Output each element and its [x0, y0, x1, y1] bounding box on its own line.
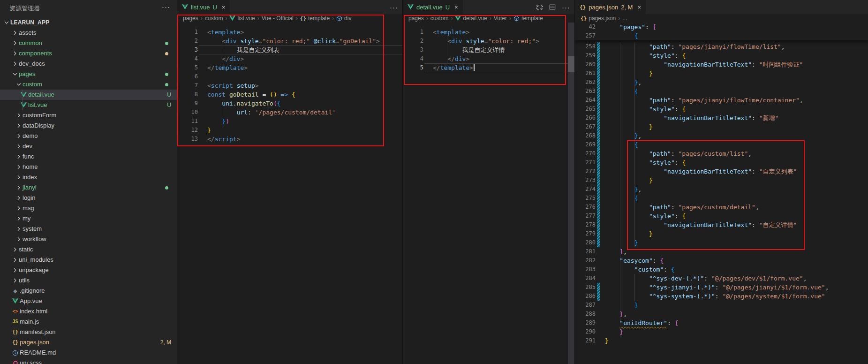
code-line-1[interactable]: 1<template>: [403, 28, 575, 37]
tree-item-uni_modules[interactable]: uni_modules: [0, 255, 177, 265]
code-line-3[interactable]: 3 我是自定义列表: [177, 46, 403, 54]
code-line-6[interactable]: 6: [177, 72, 403, 81]
tree-item-uni.scss[interactable]: uni.scss: [0, 358, 177, 364]
breadcrumb[interactable]: {}pages.json›...: [575, 14, 868, 23]
code-line-288[interactable]: 288 },: [575, 310, 868, 318]
tab-list-vue[interactable]: list.vueU×: [177, 0, 230, 14]
code-line-7[interactable]: 7<script setup>: [177, 81, 403, 90]
tree-item-demo[interactable]: demo: [0, 131, 177, 141]
code-line-1[interactable]: 1<template>: [177, 28, 403, 37]
more-icon[interactable]: ···: [562, 3, 570, 11]
tree-item-my[interactable]: my: [0, 213, 177, 224]
code-line-268[interactable]: 268 },: [575, 131, 868, 140]
tree-item-common[interactable]: common: [0, 38, 177, 48]
code-line-281[interactable]: 281 ],: [575, 247, 868, 256]
tree-item-login[interactable]: login: [0, 193, 177, 203]
code-line-276[interactable]: 276 "path": "pages/custom/detail",: [575, 203, 868, 212]
code-line-10[interactable]: 10 url: '/pages/custom/detail': [177, 108, 403, 117]
tree-item-App.vue[interactable]: App.vue: [0, 296, 177, 306]
code-line-267[interactable]: 267 }: [575, 122, 868, 131]
code-line-287[interactable]: 287 }: [575, 301, 868, 310]
code-line-5[interactable]: 5</template>: [177, 63, 403, 72]
code-line-9[interactable]: 9 uni.navigateTo({: [177, 99, 403, 108]
tree-item-components[interactable]: components: [0, 48, 177, 59]
code-line-2[interactable]: 2 <div style="color: red;" @click="goDet…: [177, 37, 403, 46]
code-line-264[interactable]: 264 "path": "pages/jianyi/flowTime/conta…: [575, 96, 868, 105]
tree-item-unpackage[interactable]: unpackage: [0, 265, 177, 275]
close-icon[interactable]: ×: [222, 4, 226, 11]
code-line-286[interactable]: 286 "^sys-system-(.*)": "@/pages/system/…: [575, 292, 868, 301]
code-line-12[interactable]: 12}: [177, 126, 403, 135]
breadcrumb-item[interactable]: {}template: [300, 15, 330, 22]
breadcrumb-item[interactable]: list.vue: [229, 15, 255, 22]
tree-item-assets[interactable]: assets: [0, 28, 177, 38]
tree-item-system[interactable]: system: [0, 224, 177, 234]
code-line-259[interactable]: 259 "style": {: [575, 51, 868, 60]
tree-item-LEARUN_APP[interactable]: LEARUN_APP: [0, 17, 177, 28]
sticky-line-42[interactable]: 42 "pages": [: [575, 23, 868, 31]
code-line-270[interactable]: 270 "path": "pages/custom/list",: [575, 149, 868, 158]
code-line-290[interactable]: 290 }: [575, 327, 868, 336]
tree-item-pages[interactable]: pages: [0, 69, 177, 79]
code-line-260[interactable]: 260 "navigationBarTitleText": "时间组件验证": [575, 60, 868, 69]
sticky-scroll[interactable]: 42 "pages": [257 {: [575, 23, 868, 40]
tree-item-index[interactable]: index: [0, 172, 177, 182]
more-icon[interactable]: ···: [390, 3, 398, 11]
code-line-4[interactable]: 4 </div>: [403, 54, 575, 63]
tree-item-dev_docs[interactable]: dev_docs: [0, 59, 177, 69]
code-line-5[interactable]: 5</template>: [403, 63, 575, 72]
code-line-283[interactable]: 283 "custom": {: [575, 265, 868, 274]
breadcrumb-item[interactable]: detail.vue: [455, 15, 487, 22]
code-line-2[interactable]: 2 <div style="color: red;">: [403, 37, 575, 46]
breadcrumb-item[interactable]: pages: [183, 15, 198, 22]
code-line-282[interactable]: 282 "easycom": {: [575, 256, 868, 265]
code-line-11[interactable]: 11 }): [177, 117, 403, 126]
tree-item-list.vue[interactable]: list.vueU: [0, 100, 177, 110]
tree-item-manifest.json[interactable]: {}manifest.json: [0, 327, 177, 337]
code-line-278[interactable]: 278 "navigationBarTitleText": "自定义详情": [575, 220, 868, 229]
tree-item-func[interactable]: func: [0, 152, 177, 162]
breadcrumb-item[interactable]: div: [336, 15, 351, 22]
tree-item-README.md[interactable]: README.md: [0, 348, 177, 358]
breadcrumb-item[interactable]: pages: [408, 15, 424, 22]
code-line-285[interactable]: 285 "^sys-jianyi-(.*)": "@/pages/jianyi/…: [575, 283, 868, 292]
code-line-277[interactable]: 277 "style": {: [575, 212, 868, 220]
code-line-263[interactable]: 263 {: [575, 87, 868, 96]
code-line-280[interactable]: 280 }: [575, 238, 868, 247]
code-line-273[interactable]: 273 }: [575, 176, 868, 185]
breadcrumb-item[interactable]: {}pages.json: [581, 15, 616, 22]
tree-item-dev[interactable]: dev: [0, 141, 177, 152]
tree-item-detail.vue[interactable]: detail.vueU: [0, 90, 177, 100]
code-line-258[interactable]: 258 "path": "pages/jianyi/flowTime/list"…: [575, 42, 868, 51]
breadcrumb-item[interactable]: custom: [430, 15, 449, 22]
tree-item-jianyi[interactable]: jianyi: [0, 182, 177, 193]
close-icon[interactable]: ×: [637, 4, 641, 11]
code-line-13[interactable]: 13</script>: [177, 135, 403, 144]
code-line-4[interactable]: 4 </div>: [177, 54, 403, 63]
breadcrumb-item[interactable]: Vue - Official: [262, 15, 294, 22]
tree-item-msg[interactable]: msg: [0, 203, 177, 213]
tree-item-home[interactable]: home: [0, 162, 177, 172]
code-line-262[interactable]: 262 },: [575, 78, 868, 87]
breadcrumb-item[interactable]: template: [513, 15, 543, 22]
code-line-291[interactable]: 291}: [575, 336, 868, 345]
code-line-266[interactable]: 266 "navigationBarTitleText": "新增": [575, 114, 868, 122]
breadcrumb-item[interactable]: custom: [205, 15, 223, 22]
code-line-265[interactable]: 265 "style": {: [575, 105, 868, 114]
code-editor-pages-json[interactable]: 258 "path": "pages/jianyi/flowTime/list"…: [575, 23, 868, 364]
code-line-275[interactable]: 275 {: [575, 194, 868, 203]
code-line-284[interactable]: 284 "^sys-dev-(.*)": "@/pages/dev/$1/for…: [575, 274, 868, 283]
scrollbar-track[interactable]: [568, 23, 574, 364]
tree-item-pages.json[interactable]: {}pages.json2, M: [0, 337, 177, 348]
code-line-271[interactable]: 271 "style": {: [575, 158, 868, 167]
tree-item-index.html[interactable]: <>index.html: [0, 306, 177, 317]
code-line-8[interactable]: 8const goDetail = () => {: [177, 90, 403, 99]
code-line-272[interactable]: 272 "navigationBarTitleText": "自定义列表": [575, 167, 868, 176]
code-line-279[interactable]: 279 }: [575, 229, 868, 238]
tab-detail-vue[interactable]: detail.vueU×: [403, 0, 463, 14]
tree-item-custom[interactable]: custom: [0, 79, 177, 90]
scrollbar-thumb[interactable]: [568, 56, 574, 72]
code-editor-list-vue[interactable]: 1<template>2 <div style="color: red;" @c…: [177, 23, 403, 364]
code-line-269[interactable]: 269 {: [575, 140, 868, 149]
tab-pages-json[interactable]: {}pages.json2, M×: [575, 0, 646, 14]
